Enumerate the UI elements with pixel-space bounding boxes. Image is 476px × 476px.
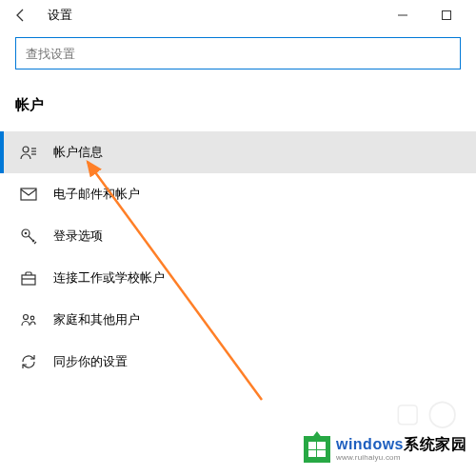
background-decor: ▢ ◯ [395, 397, 457, 428]
svg-point-2 [23, 147, 29, 152]
maximize-icon [442, 10, 451, 20]
search-container [0, 30, 476, 83]
svg-rect-9 [22, 275, 35, 285]
menu-item-label: 家庭和其他用户 [53, 311, 140, 328]
watermark-brand-a: windows [336, 436, 404, 452]
watermark-logo-icon [304, 436, 330, 463]
menu-item-label: 电子邮件和帐户 [53, 186, 140, 203]
minimize-button[interactable] [381, 1, 425, 30]
svg-point-11 [24, 315, 29, 320]
menu-item-label: 帐户信息 [53, 144, 103, 161]
menu-item-work-school[interactable]: 连接工作或学校帐户 [0, 257, 476, 299]
titlebar: 设置 [0, 0, 476, 30]
mail-icon [19, 185, 38, 204]
window-controls [381, 1, 468, 30]
briefcase-icon [19, 268, 38, 288]
watermark-brand-b: 系统家园 [404, 436, 466, 452]
square-icon: ▢ [395, 397, 420, 428]
svg-point-8 [25, 232, 28, 235]
svg-point-12 [30, 316, 34, 320]
person-card-icon [19, 143, 38, 162]
watermark: windows系统家园 www.ruihaiyu.com [304, 436, 466, 463]
sync-icon [19, 352, 38, 371]
svg-rect-6 [21, 188, 36, 200]
circle-icon: ◯ [427, 397, 457, 428]
window-title: 设置 [48, 7, 72, 24]
menu-item-label: 连接工作或学校帐户 [53, 269, 165, 287]
maximize-button[interactable] [425, 1, 468, 30]
menu-item-email-accounts[interactable]: 电子邮件和帐户 [0, 173, 476, 215]
arrow-left-icon [13, 8, 29, 23]
key-icon [19, 227, 38, 246]
section-heading: 帐户 [0, 83, 476, 131]
menu-item-family-users[interactable]: 家庭和其他用户 [0, 299, 476, 341]
search-input[interactable] [26, 47, 450, 61]
back-button[interactable] [8, 2, 34, 29]
svg-rect-1 [443, 11, 451, 20]
menu-item-account-info[interactable]: 帐户信息 [0, 131, 476, 173]
menu-item-label: 登录选项 [53, 228, 103, 245]
watermark-url: www.ruihaiyu.com [336, 454, 466, 462]
people-icon [19, 310, 38, 329]
menu-item-signin-options[interactable]: 登录选项 [0, 215, 476, 257]
menu-item-label: 同步你的设置 [53, 353, 128, 370]
search-box[interactable] [15, 37, 461, 69]
minimize-icon [398, 10, 407, 20]
watermark-text: windows系统家园 www.ruihaiyu.com [336, 437, 466, 462]
menu-item-sync[interactable]: 同步你的设置 [0, 341, 476, 383]
